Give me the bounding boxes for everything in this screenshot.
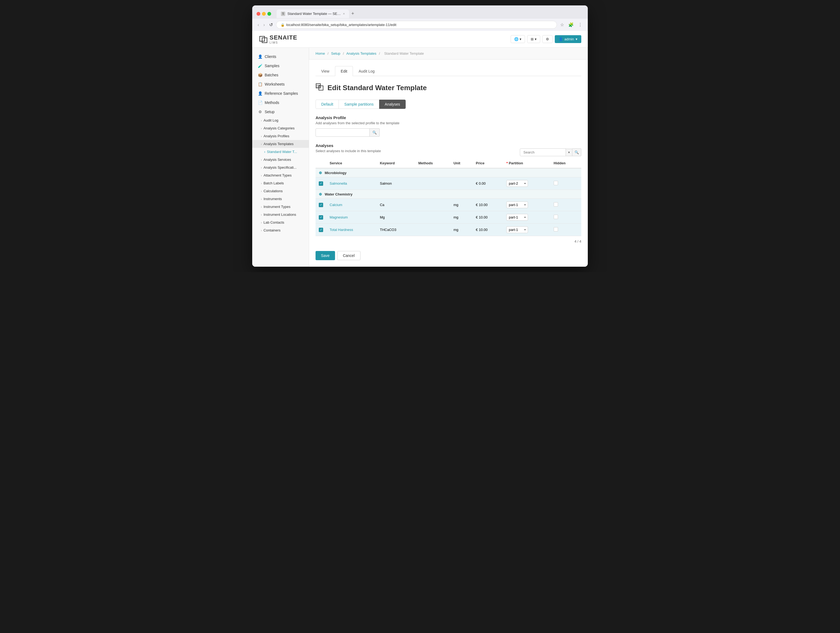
sidebar-sub-item-instruments[interactable]: › Instruments [252, 195, 309, 203]
calcium-checkbox[interactable] [319, 203, 323, 207]
globe-button[interactable]: 🌐 ▾ [511, 35, 525, 43]
page-heading: Edit Standard Water Template [316, 82, 581, 93]
calcium-partition-select[interactable]: part-1 part-2 [506, 201, 528, 208]
breadcrumb-analysis-templates[interactable]: Analysis Templates [346, 51, 376, 55]
salmonella-checkbox[interactable] [319, 181, 323, 186]
back-button[interactable]: ‹ [257, 21, 260, 28]
chevron-right-icon: › [261, 190, 262, 193]
sidebar-sub-label-analysis-specs: Analysis Specificati... [264, 165, 297, 169]
calcium-unit-cell: mg [450, 199, 473, 211]
admin-button[interactable]: 👤 admin ▾ [555, 35, 581, 43]
salmonella-keyword-cell: Salmon [377, 177, 415, 190]
breadcrumb-home[interactable]: Home [316, 51, 325, 55]
url-bar[interactable]: 🔒 localhost:8080/senaite/bika_setup/bika… [276, 21, 557, 29]
sidebar-item-samples[interactable]: 🧪 Samples [252, 61, 309, 70]
total-hardness-hidden-checkbox[interactable] [554, 227, 558, 231]
chevron-right-icon: › [261, 158, 262, 161]
chevron-right-icon: › [264, 150, 265, 154]
save-button[interactable]: Save [316, 251, 335, 260]
sidebar-sub-item-audit-log[interactable]: › Audit Log [252, 116, 309, 124]
profile-search-button[interactable]: 🔍 [369, 128, 380, 137]
sidebar-label-methods: Methods [265, 100, 303, 105]
refresh-button[interactable]: ↺ [268, 21, 274, 28]
tab-edit[interactable]: Edit [335, 66, 353, 76]
sidebar-sub-item-analysis-specs[interactable]: › Analysis Specificati... [252, 163, 309, 171]
magnesium-service-link[interactable]: Magnesium [330, 215, 348, 219]
sidebar-sub-item-containers[interactable]: › Containers [252, 226, 309, 234]
sidebar-item-worksheets[interactable]: 📋 Worksheets [252, 79, 309, 89]
edit-tab-sample-partitions[interactable]: Sample partitions [338, 100, 379, 109]
edit-tab-default[interactable]: Default [316, 100, 339, 109]
expand-microbiology-icon[interactable]: ⊕ [319, 171, 322, 175]
analyses-header: Analyses Select analyses to include in t… [316, 143, 581, 156]
breadcrumb-sep2: / [343, 51, 344, 55]
forward-button[interactable]: › [262, 21, 266, 28]
tab-title: Standard Water Template — SE… [287, 12, 341, 16]
magnesium-keyword-cell: Mg [377, 211, 415, 224]
browser-tab[interactable]: S Standard Water Template — SE… × [276, 9, 349, 18]
sidebar-sub-item-instrument-types[interactable]: › Instrument Types [252, 203, 309, 210]
sidebar-sub-item-attachment-types[interactable]: › Attachment Types [252, 171, 309, 179]
magnesium-methods-cell [415, 211, 450, 224]
sidebar-sub-item-batch-labels[interactable]: › Batch Labels [252, 179, 309, 187]
cancel-button[interactable]: Cancel [337, 251, 360, 260]
salmonella-partition-select[interactable]: part-2 part-1 [506, 180, 528, 187]
sidebar-item-reference-samples[interactable]: 👤 Reference Samples [252, 89, 309, 98]
sidebar-sub-item-analysis-services[interactable]: › Analysis Services [252, 156, 309, 163]
batches-icon: 📦 [257, 73, 262, 78]
analyses-search-input[interactable] [520, 148, 566, 156]
tab-view[interactable]: View [316, 66, 335, 76]
admin-chevron: ▾ [576, 37, 578, 41]
total-hardness-partition-select[interactable]: part-1 part-2 [506, 226, 528, 233]
breadcrumb: Home / Setup / Analysis Templates / Stan… [309, 47, 588, 60]
calcium-service-link[interactable]: Calcium [330, 203, 342, 207]
browser-actions: ☆ 🧩 ⋮ [559, 21, 583, 28]
extension-icon[interactable]: 🧩 [567, 21, 575, 28]
profile-search-input[interactable] [316, 128, 369, 137]
sidebar-sub-item-lab-contacts[interactable]: › Lab Contacts [252, 218, 309, 226]
settings-icon[interactable]: ⋮ [577, 21, 583, 28]
search-clear-button[interactable]: × [566, 149, 572, 156]
row-checkbox-cell [316, 177, 326, 190]
minimize-button[interactable] [262, 12, 266, 16]
expand-water-chemistry-icon[interactable]: ⊕ [319, 192, 322, 196]
magnesium-checkbox[interactable] [319, 215, 323, 220]
sidebar-sub-item-calculations[interactable]: › Calculations [252, 187, 309, 195]
chevron-right-icon: › [261, 135, 262, 138]
sidebar-item-setup[interactable]: ⚙ Setup [252, 107, 309, 116]
profile-search: 🔍 [316, 128, 581, 137]
salmonella-hidden-checkbox[interactable] [554, 181, 558, 185]
total-hardness-checkbox[interactable] [319, 228, 323, 232]
edit-tab-analyses[interactable]: Analyses [379, 100, 406, 109]
analyses-title: Analyses [316, 143, 381, 148]
sidebar-item-clients[interactable]: 👤 Clients [252, 52, 309, 61]
new-tab-button[interactable]: + [349, 9, 357, 19]
sidebar-sub-item-analysis-categories[interactable]: › Analysis Categories [252, 124, 309, 132]
group-label-microbiology: Microbiology [325, 171, 347, 175]
tab-close-button[interactable]: × [343, 12, 345, 16]
magnesium-partition-select[interactable]: part-1 part-2 [506, 214, 528, 221]
bookmark-icon[interactable]: ☆ [559, 21, 565, 28]
sidebar-sub-item-analysis-templates[interactable]: › Analysis Templates [252, 140, 309, 148]
logo: SENAITE LIMS [259, 34, 297, 44]
sidebar-item-methods[interactable]: 📄 Methods [252, 98, 309, 107]
sidebar-sub-sub-item-standard-water[interactable]: › Standard Water T... [252, 148, 309, 156]
col-price: Price [472, 158, 503, 168]
maximize-button[interactable] [267, 12, 271, 16]
close-button[interactable] [257, 12, 261, 16]
setup-icon: ⚙ [257, 109, 262, 114]
calcium-hidden-checkbox[interactable] [554, 202, 558, 207]
search-submit-button[interactable]: 🔍 [572, 148, 581, 156]
sidebar-sub-item-instrument-locations[interactable]: › Instrument Locations [252, 210, 309, 218]
sidebar-sub-item-analysis-profiles[interactable]: › Analysis Profiles [252, 132, 309, 140]
salmonella-service-link[interactable]: Salmonella [330, 181, 347, 185]
magnesium-hidden-checkbox[interactable] [554, 215, 558, 219]
total-hardness-service-link[interactable]: Total Hardness [330, 228, 353, 232]
breadcrumb-setup[interactable]: Setup [331, 51, 340, 55]
tab-audit-log[interactable]: Audit Log [353, 66, 380, 76]
sidebar-item-batches[interactable]: 📦 Batches [252, 70, 309, 79]
gear-icon: ⚙ [546, 37, 549, 41]
gear-button[interactable]: ⚙ [542, 35, 553, 43]
grid-button[interactable]: ⊞ ▾ [527, 35, 540, 43]
table-row: Total Hardness THCaCO3 mg € 10.00 part-1 [316, 224, 581, 236]
